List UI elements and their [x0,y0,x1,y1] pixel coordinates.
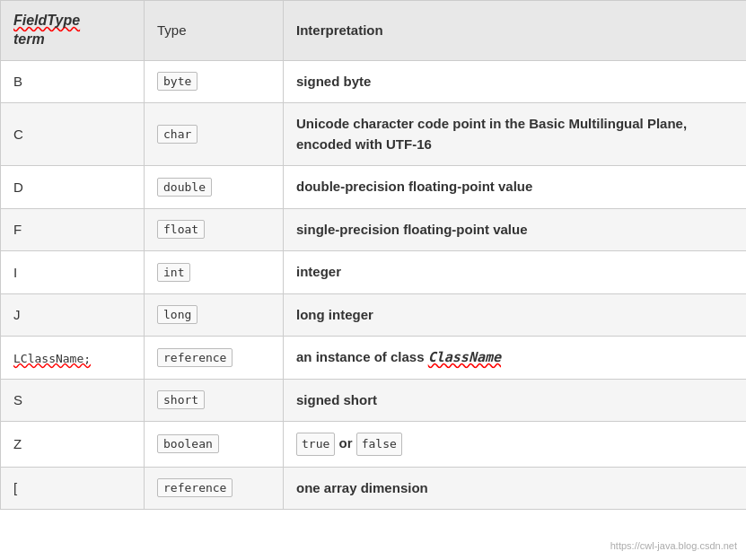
type-badge: double [157,178,212,197]
interpretation-cell: long integer [284,293,747,337]
term-letter: F [13,222,22,237]
header-type: Type [145,1,284,61]
interpretation-cell: signed byte [284,60,747,103]
interpretation-cell: one array dimension [284,467,747,510]
term-cell: [ [1,467,145,510]
term-cell: D [1,166,145,209]
header-term: FieldType term [1,1,145,61]
type-cell: int [145,251,284,294]
term-cell: S [1,379,145,422]
type-badge: reference [157,478,233,497]
type-badge: float [157,220,205,239]
table-row: [referenceone array dimension [1,467,747,510]
interpretation-cell: Unicode character code point in the Basi… [284,103,747,166]
type-badge: short [157,390,205,409]
type-badge: long [157,305,197,324]
type-badge: char [157,125,197,144]
term-cell: C [1,103,145,166]
term-letter: S [13,392,22,407]
false-code-box: false [356,433,402,456]
table-row: Bbytesigned byte [1,60,747,103]
interpretation-cell: true or false [284,422,747,468]
interpretation-cell: signed short [284,379,747,422]
term-letter: Z [13,436,22,451]
type-badge: byte [157,72,197,91]
term-cell: Z [1,422,145,468]
or-keyword: or [335,435,355,451]
type-cell: double [145,166,284,209]
table-row: Ffloatsingle-precision floating-point va… [1,208,747,251]
term-code: LClassName; [13,352,91,365]
interpretation-cell: single-precision floating-point value [284,208,747,251]
type-cell: char [145,103,284,166]
term-letter: [ [13,480,17,495]
type-badge: reference [157,348,233,367]
classname-inline: ClassName [428,349,501,365]
table-row: LClassName;referencean instance of class… [1,337,747,380]
type-cell: reference [145,467,284,510]
term-cell: I [1,251,145,294]
table-row: Zbooleantrue or false [1,422,747,468]
type-cell: byte [145,60,284,103]
type-cell: long [145,293,284,337]
term-letter: C [13,127,23,142]
interpretation-cell: double-precision floating-point value [284,166,747,209]
table-row: Sshortsigned short [1,379,747,422]
term-letter: I [13,265,17,280]
type-badge: boolean [157,434,219,453]
interpretation-cell: an instance of class ClassName [284,337,747,380]
type-badge: int [157,263,190,282]
header-interpretation: Interpretation [284,1,747,61]
type-cell: short [145,379,284,422]
term-cell: J [1,293,145,337]
type-cell: reference [145,337,284,380]
table-row: Jlonglong integer [1,293,747,337]
table-row: CcharUnicode character code point in the… [1,103,747,166]
term-letter: B [13,74,22,89]
term-cell: LClassName; [1,337,145,380]
term-cell: B [1,60,145,103]
term-letter: J [13,307,21,322]
field-type-label: FieldType [13,13,80,28]
interpretation-cell: integer [284,251,747,294]
type-cell: float [145,208,284,251]
table-row: Iintinteger [1,251,747,294]
term-letter: D [13,179,23,195]
true-code-box: true [296,433,335,456]
type-cell: boolean [145,422,284,468]
table-row: Ddoubledouble-precision floating-point v… [1,166,747,209]
term-cell: F [1,208,145,251]
term-label: term [13,31,45,47]
